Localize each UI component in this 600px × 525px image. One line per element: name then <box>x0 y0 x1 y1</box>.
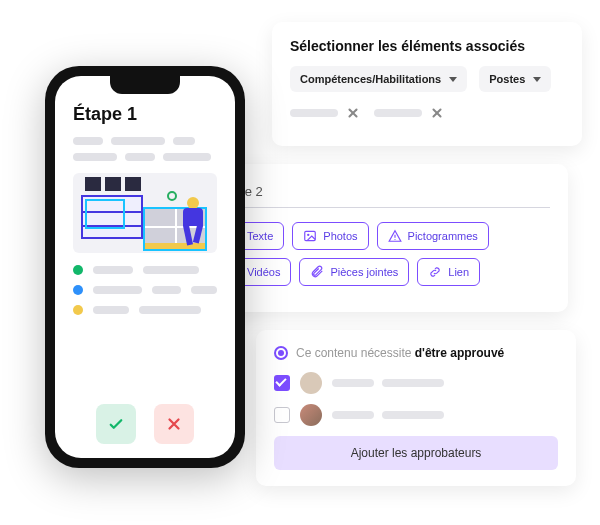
status-dot-green <box>73 265 83 275</box>
associations-card: Sélectionner les éléments associés Compé… <box>272 22 582 146</box>
check-icon <box>107 415 125 433</box>
approver-row <box>274 404 558 426</box>
phone-notch <box>110 76 180 94</box>
postes-dropdown-label: Postes <box>489 73 525 85</box>
svg-rect-0 <box>305 231 316 240</box>
phone-frame: Étape 1 <box>45 66 245 468</box>
chip-row <box>290 106 564 120</box>
bullet-row <box>73 305 217 315</box>
bullet-rows <box>73 265 217 315</box>
approve-header: Ce contenu nécessite d'être approuvé <box>274 346 558 360</box>
ghost-text-lines <box>73 137 217 161</box>
selected-chip[interactable] <box>374 106 444 120</box>
tool-pictogrammes[interactable]: Pictogrammes <box>377 222 489 250</box>
tool-rows: Texte Photos Pictogrammes Vidéos Pièces … <box>216 222 550 286</box>
x-icon <box>165 415 183 433</box>
checkbox-checked[interactable] <box>274 375 290 391</box>
close-icon[interactable] <box>346 106 360 120</box>
tool-pieces-jointes[interactable]: Pièces jointes <box>299 258 409 286</box>
chevron-down-icon <box>533 77 541 82</box>
avatar <box>300 404 322 426</box>
phone-step-title: Étape 1 <box>73 104 217 125</box>
step-name-input[interactable] <box>216 180 550 208</box>
close-icon[interactable] <box>430 106 444 120</box>
image-icon <box>303 229 317 243</box>
postes-dropdown[interactable]: Postes <box>479 66 551 92</box>
status-dot-blue <box>73 285 83 295</box>
approver-row <box>274 372 558 394</box>
avatar <box>300 372 322 394</box>
warning-icon <box>388 229 402 243</box>
step-editor-card: Texte Photos Pictogrammes Vidéos Pièces … <box>198 164 568 312</box>
attachment-icon <box>310 265 324 279</box>
tool-lien[interactable]: Lien <box>417 258 480 286</box>
bullet-row <box>73 265 217 275</box>
chip-placeholder <box>290 109 338 117</box>
add-approvers-button[interactable]: Ajouter les approbateurs <box>274 436 558 470</box>
chevron-down-icon <box>449 77 457 82</box>
approve-text: Ce contenu nécessite d'être approuvé <box>296 346 504 360</box>
checkbox-empty[interactable] <box>274 407 290 423</box>
associations-title: Sélectionner les éléments associés <box>290 38 564 54</box>
bullet-row <box>73 285 217 295</box>
radio-checked-icon[interactable] <box>274 346 288 360</box>
link-icon <box>428 265 442 279</box>
svg-point-2 <box>394 239 395 240</box>
reject-button[interactable] <box>154 404 194 444</box>
competences-dropdown-label: Compétences/Habilitations <box>300 73 441 85</box>
instruction-illustration <box>73 173 217 253</box>
dropdown-row: Compétences/Habilitations Postes <box>290 66 564 92</box>
competences-dropdown[interactable]: Compétences/Habilitations <box>290 66 467 92</box>
approver-name-placeholder <box>332 411 444 419</box>
approve-button[interactable] <box>96 404 136 444</box>
approver-name-placeholder <box>332 379 444 387</box>
approvers-card: Ce contenu nécessite d'être approuvé Ajo… <box>256 330 576 486</box>
status-dot-yellow <box>73 305 83 315</box>
selected-chip[interactable] <box>290 106 360 120</box>
svg-point-1 <box>307 234 309 236</box>
chip-placeholder <box>374 109 422 117</box>
phone-screen: Étape 1 <box>55 76 235 458</box>
phone-actions <box>73 404 217 444</box>
tool-photos[interactable]: Photos <box>292 222 368 250</box>
